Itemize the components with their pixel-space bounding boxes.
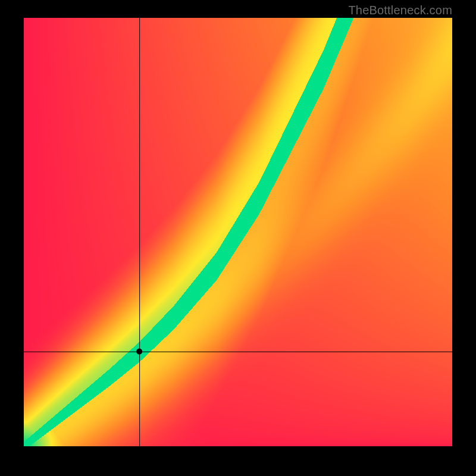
- plot-area: [24, 18, 452, 446]
- chart-frame: TheBottleneck.com: [0, 0, 476, 476]
- watermark-text: TheBottleneck.com: [348, 4, 452, 17]
- heatmap-canvas: [24, 18, 452, 446]
